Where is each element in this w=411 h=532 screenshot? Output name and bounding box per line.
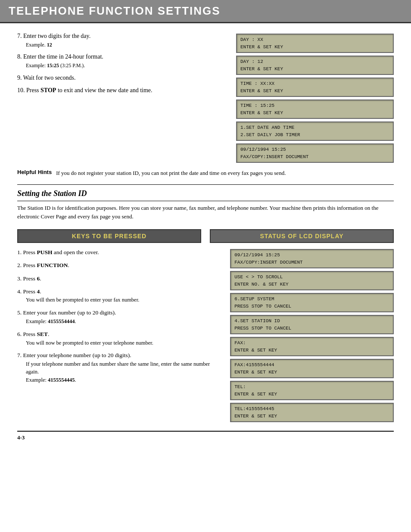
step-9: 9. Wait for two seconds. <box>17 74 227 82</box>
top-section: 7. Enter two digits for the day. Example… <box>17 32 394 163</box>
station-step-1-num: 1. <box>17 249 23 255</box>
lcd-box-4: TIME : 15:25 ENTER & SET KEY <box>236 100 394 119</box>
step-7-example-label: Example. <box>26 42 46 48</box>
page-title: TELEPHONE FUNCTION SETTINGS <box>9 4 402 18</box>
step-8-text: Enter the time in 24-hour format. <box>23 53 103 60</box>
helpful-hints-text: If you do not register your station ID, … <box>56 169 286 177</box>
step-8-example-bold: 15:25 <box>47 62 59 68</box>
station-step-2: 2. Press FUNCTION. <box>17 261 217 270</box>
top-steps: 7. Enter two digits for the day. Example… <box>17 32 227 163</box>
lcd-box-1: DAY : XX ENTER & SET KEY <box>236 34 394 53</box>
bottom-lcd-3: 6.SETUP SYSTEM PRESS STOP TO CANCEL <box>230 293 394 312</box>
station-step-1: 1. Press PUSH and open the cover. <box>17 248 217 257</box>
section-divider <box>17 184 394 185</box>
top-lcd-col: DAY : XX ENTER & SET KEY DAY : 12 ENTER … <box>236 32 394 163</box>
bottom-steps: 1. Press PUSH and open the cover. 2. Pre… <box>17 248 217 422</box>
step-10-bold: STOP <box>40 87 56 93</box>
station-step-3-num: 3. <box>17 275 23 282</box>
main-content: 7. Enter two digits for the day. Example… <box>0 28 411 450</box>
bottom-lcd-4: 4.SET STATION ID PRESS STOP TO CANCEL <box>230 315 394 334</box>
helpful-hints: Helpful Hints If you do not register you… <box>17 169 394 177</box>
station-step-5-num: 5. <box>17 309 23 316</box>
keys-header: KEYS TO BE PRESSED <box>17 229 201 243</box>
step-8-number: 8. <box>17 53 22 60</box>
status-header: STATUS OF LCD DISPLAY <box>210 229 394 243</box>
station-step-5: 5. Enter your fax number (up to 20 digit… <box>17 308 217 326</box>
step-7: 7. Enter two digits for the day. Example… <box>17 32 227 48</box>
station-id-title: Setting the Station ID <box>17 189 394 201</box>
station-step-2-num: 2. <box>17 262 23 268</box>
station-step-6: 6. Press SET. You will now be prompted t… <box>17 330 217 347</box>
station-id-description: The Station ID is for identification pur… <box>17 204 394 222</box>
station-step-4: 4. Press 4. You will then be prompted to… <box>17 287 217 304</box>
station-step-4-num: 4. <box>17 288 23 295</box>
lcd-box-2: DAY : 12 ENTER & SET KEY <box>236 56 394 75</box>
step-9-number: 9. <box>17 75 22 81</box>
bottom-lcd-1: 09/12/1994 15:25 FAX/COPY:INSERT DOCUMEN… <box>230 249 394 268</box>
step-8-example-extra: (3:25 P.M.). <box>59 62 85 68</box>
bottom-lcd-6: FAX:4155554444 ENTER & SET KEY <box>230 359 394 378</box>
bottom-section: 1. Press PUSH and open the cover. 2. Pre… <box>17 248 394 422</box>
helpful-hints-label: Helpful Hints <box>17 169 52 175</box>
lcd-box-6: 09/12/1994 15:25 FAX/COPY:INSERT DOCUMEN… <box>236 143 394 163</box>
step-10-text-post: to exit and view the new date and time. <box>56 87 152 93</box>
column-headers: KEYS TO BE PRESSED STATUS OF LCD DISPLAY <box>17 229 394 243</box>
page-header: TELEPHONE FUNCTION SETTINGS <box>0 0 411 23</box>
station-step-7-num: 7. <box>17 352 23 358</box>
lcd-box-5: 1.SET DATE AND TIME 2.SET DAILY JOB TIME… <box>236 121 394 141</box>
step-7-number: 7. <box>17 33 22 39</box>
lcd-box-3: TIME : XX:XX ENTER & SET KEY <box>236 78 394 97</box>
page-number: 4-3 <box>17 431 394 441</box>
station-step-6-sub: You will now be prompted to enter your t… <box>26 339 217 347</box>
station-step-4-sub: You will then be prompted to enter your … <box>26 296 217 304</box>
station-step-7: 7. Enter your telephone number (up to 20… <box>17 351 217 384</box>
station-step-3: 3. Press 6. <box>17 274 217 283</box>
step-10-number: 10. <box>17 87 25 93</box>
step-7-example-value: 12 <box>47 42 52 48</box>
step-9-text: Wait for two seconds. <box>23 75 76 81</box>
step-8-example-text: Example: <box>26 62 47 68</box>
step-10: 10. Press STOP to exit and view the new … <box>17 86 227 95</box>
step-7-example: Example. 12 <box>26 41 227 49</box>
bottom-lcd-2: USE < > TO SCROLL ENTER NO. & SET KEY <box>230 271 394 290</box>
station-step-6-num: 6. <box>17 331 23 337</box>
bottom-lcd-8: TEL:4155554445 ENTER & SET KEY <box>230 403 394 422</box>
step-8: 8. Enter the time in 24-hour format. Exa… <box>17 53 227 69</box>
step-7-text: Enter two digits for the day. <box>23 33 90 39</box>
bottom-lcd-5: FAX: ENTER & SET KEY <box>230 337 394 356</box>
bottom-lcd-col: 09/12/1994 15:25 FAX/COPY:INSERT DOCUMEN… <box>230 248 394 422</box>
bottom-lcd-7: TEL: ENTER & SET KEY <box>230 381 394 400</box>
